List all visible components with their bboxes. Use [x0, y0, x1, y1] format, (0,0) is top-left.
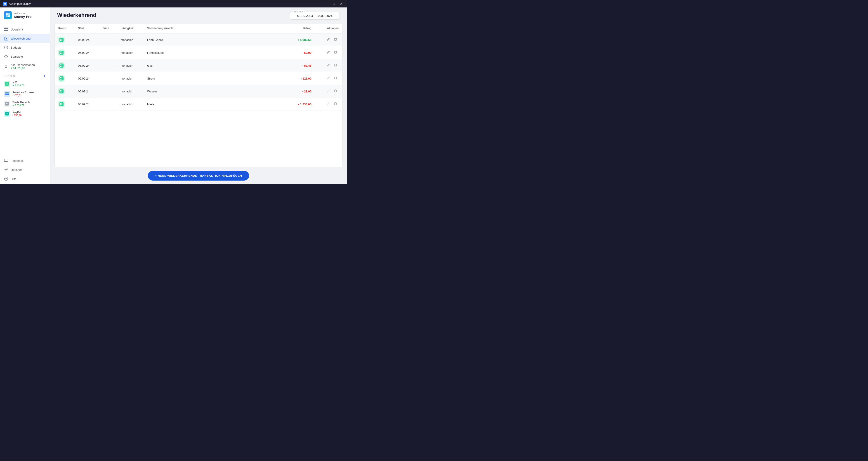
row-aktionen	[315, 98, 342, 111]
add-account-button[interactable]: +	[43, 74, 46, 78]
row-betrag: - 82,45	[287, 59, 315, 72]
svg-rect-9	[4, 30, 6, 31]
sidebar-item-sparziele[interactable]: Sparziele	[0, 52, 50, 61]
row-aktionen	[315, 33, 342, 46]
delete-button[interactable]	[332, 62, 339, 69]
edit-button[interactable]	[325, 75, 331, 82]
col-konto: Konto	[55, 24, 74, 33]
sidebar-item-wiederkehrend[interactable]: Wiederkehrend	[0, 34, 50, 43]
row-konto	[55, 33, 74, 46]
zeitraum-label: Zeitraum	[293, 10, 304, 13]
svg-rect-55	[61, 104, 62, 105]
minimize-button[interactable]: —	[323, 1, 330, 6]
svg-rect-42	[60, 77, 61, 78]
row-haufigkeit: monatlich	[117, 33, 144, 46]
svg-rect-26	[59, 38, 64, 42]
row-konto	[55, 59, 74, 72]
svg-rect-50	[61, 92, 62, 92]
row-betrag: - 60,00	[287, 46, 315, 59]
app-body: Ashampoo Money Pro Übersicht	[0, 7, 347, 184]
account-item-trade[interactable]: TR Trade Republic + 8.839,72	[0, 99, 50, 109]
row-start: 06.09.24	[74, 33, 99, 46]
row-betrag: + 4.680,66	[287, 33, 315, 46]
svg-rect-27	[60, 39, 61, 39]
svg-rect-30	[61, 40, 62, 41]
row-konto	[55, 85, 74, 98]
svg-rect-43	[61, 77, 62, 78]
svg-rect-53	[61, 103, 62, 104]
konto-icon	[58, 101, 65, 107]
svg-rect-38	[61, 64, 62, 65]
row-aktionen	[315, 46, 342, 59]
account-item-amex[interactable]: American Express - 475,51	[0, 89, 50, 99]
svg-rect-51	[59, 102, 64, 106]
row-ende	[99, 98, 117, 111]
edit-button[interactable]	[325, 37, 331, 43]
delete-button[interactable]	[332, 75, 339, 82]
row-aktionen	[315, 85, 342, 98]
edit-button[interactable]	[325, 50, 331, 56]
trade-icon: TR	[4, 100, 10, 107]
actions-cell	[319, 88, 339, 94]
footer-bar: + NEUE WIEDERKEHRENDE TRANSAKTION HINZUF…	[50, 167, 347, 184]
sidebar-item-budgets[interactable]: Budgets	[0, 43, 50, 52]
app-window: M Ashampoo Money — □ ✕	[0, 0, 347, 184]
sidebar: Ashampoo Money Pro Übersicht	[0, 7, 50, 184]
row-haufigkeit: monatlich	[117, 85, 144, 98]
edit-button[interactable]	[325, 62, 331, 69]
add-transaction-button[interactable]: + NEUE WIEDERKEHRENDE TRANSAKTION HINZUF…	[148, 171, 249, 181]
row-start: 06.09.24	[74, 72, 99, 85]
zeitraum-box[interactable]: Zeitraum 01.09.2024 – 08.09.2024	[290, 12, 340, 20]
svg-rect-52	[60, 103, 61, 104]
trade-info: Trade Republic + 8.839,72	[12, 101, 31, 107]
app-icon: M	[3, 2, 7, 6]
app-subtitle-bottom: Money Pro	[14, 15, 32, 19]
svg-rect-32	[60, 52, 61, 53]
sidebar-item-hilfe[interactable]: Hilfe	[0, 174, 50, 183]
svg-rect-44	[60, 79, 61, 80]
delete-icon	[334, 51, 337, 54]
delete-button[interactable]	[332, 50, 339, 56]
close-button[interactable]: ✕	[338, 1, 344, 6]
delete-button[interactable]	[332, 37, 339, 43]
n26-name: N26	[12, 81, 24, 84]
row-ende	[99, 72, 117, 85]
edit-button[interactable]	[325, 88, 331, 94]
actions-cell	[319, 101, 339, 107]
delete-button[interactable]	[332, 88, 339, 94]
svg-rect-22	[4, 159, 8, 161]
delete-button[interactable]	[332, 101, 339, 107]
maximize-button[interactable]: □	[331, 1, 337, 6]
edit-button[interactable]	[325, 101, 331, 107]
col-betrag: Betrag	[287, 24, 315, 33]
row-start: 06.09.24	[74, 59, 99, 72]
ubersicht-icon	[4, 27, 8, 32]
svg-rect-10	[6, 30, 8, 31]
add-transaction-label: + NEUE WIEDERKEHRENDE TRANSAKTION HINZUF…	[155, 174, 242, 177]
col-start: Start	[74, 24, 99, 33]
svg-rect-40	[61, 66, 62, 67]
edit-icon	[327, 89, 330, 93]
konto-icon	[58, 75, 65, 82]
sidebar-item-optionen-label: Optionen	[11, 168, 23, 172]
konten-label: Konten	[4, 74, 15, 77]
sidebar-item-ubersicht[interactable]: Übersicht	[0, 25, 50, 34]
account-item-paypal[interactable]: PP PayPal - 153,98	[0, 109, 50, 119]
delete-icon	[334, 89, 337, 93]
sidebar-header: Ashampoo Money Pro	[0, 7, 50, 23]
sidebar-item-hilfe-label: Hilfe	[11, 177, 17, 181]
konten-section: Konten +	[0, 72, 50, 79]
amex-icon	[4, 91, 10, 97]
sidebar-item-alle-transaktionen[interactable]: Σ Alle Transaktionen + 14.028,93	[0, 61, 50, 72]
wiederkehrend-icon	[4, 36, 8, 41]
svg-rect-31	[59, 51, 64, 55]
account-item-n26[interactable]: N N26 + 5.818,70	[0, 79, 50, 89]
actions-cell	[319, 37, 339, 43]
svg-rect-17	[5, 93, 8, 94]
sidebar-item-optionen[interactable]: Optionen	[0, 165, 50, 174]
delete-icon	[334, 63, 337, 67]
feedback-icon	[4, 158, 8, 163]
delete-icon	[334, 102, 337, 105]
sidebar-item-feedback[interactable]: Feedback	[0, 156, 50, 165]
row-haufigkeit: monatlich	[117, 59, 144, 72]
